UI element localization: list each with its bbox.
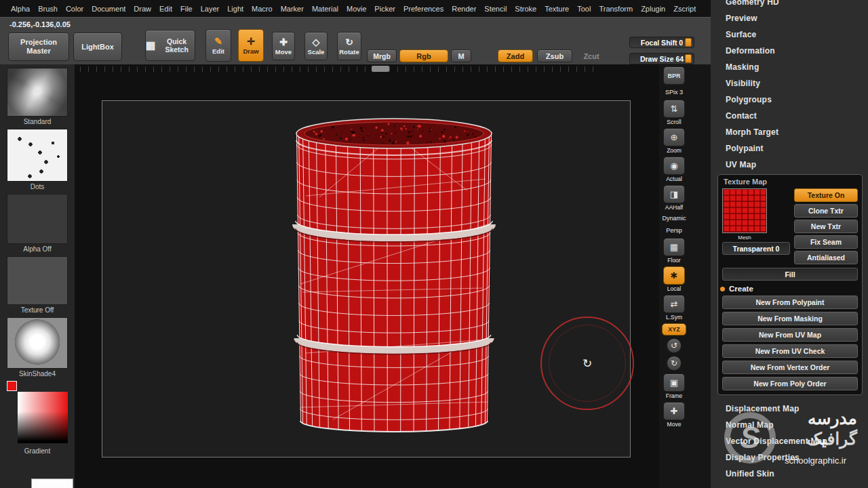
new-from-uv-check-button[interactable]: New From UV Check — [722, 344, 858, 358]
projection-master-button[interactable]: Projection Master — [8, 33, 69, 61]
menu-item-render[interactable]: Render — [448, 5, 480, 13]
brush-thumbnail-standard[interactable] — [7, 68, 68, 117]
palette-item-preview[interactable]: Preview — [711, 10, 868, 26]
menu-item-alpha[interactable]: Alpha — [7, 5, 34, 13]
menu-item-stroke[interactable]: Stroke — [511, 5, 540, 13]
palette-item-morph-target[interactable]: Morph Target — [711, 124, 868, 140]
palette-item-visibility[interactable]: Visibility — [711, 75, 868, 92]
swatch-partial[interactable] — [31, 479, 73, 488]
floor-button[interactable]: ▦ Floor — [663, 238, 685, 264]
texture-on-button[interactable]: Texture On — [794, 188, 858, 202]
active-color-swatch[interactable] — [7, 381, 17, 391]
draw-size-handle[interactable] — [685, 54, 692, 63]
draw-button[interactable]: ✛ Draw — [238, 29, 264, 62]
rotate-button[interactable]: ↻ Rotate — [337, 32, 361, 60]
menu-item-tool[interactable]: Tool — [573, 5, 595, 13]
menu-item-layer[interactable]: Layer — [197, 5, 224, 13]
menu-item-preferences[interactable]: Preferences — [399, 5, 448, 13]
alpha-thumbnail-off[interactable] — [7, 194, 68, 244]
menu-item-stencil[interactable]: Stencil — [480, 5, 511, 13]
aahalf-button[interactable]: ◨ AAHalf — [663, 185, 685, 211]
palette-item-deformation[interactable]: Deformation — [711, 43, 868, 59]
transparent-slider[interactable]: Transparent 0 — [722, 242, 790, 255]
palette-item-geometry-hd[interactable]: Geometry HD — [711, 0, 868, 10]
zoom-button[interactable]: ⊕ Zoom — [663, 128, 685, 154]
clone-txtr-button[interactable]: Clone Txtr — [794, 204, 858, 218]
menu-item-macro[interactable]: Macro — [248, 5, 277, 13]
bpr-button[interactable]: BPR — [663, 66, 685, 85]
draw-size-slider[interactable]: Draw Size 64 — [629, 53, 694, 64]
new-from-polypaint-button[interactable]: New From Polypaint — [722, 296, 858, 309]
move-button[interactable]: ✚ Move — [272, 32, 295, 60]
barrel-model[interactable] — [292, 115, 496, 440]
menu-item-color[interactable]: Color — [62, 5, 87, 13]
menu-item-movie[interactable]: Movie — [342, 5, 370, 13]
local-button[interactable]: ✱ Local — [663, 266, 685, 292]
menu-item-picker[interactable]: Picker — [370, 5, 399, 13]
menu-item-draw[interactable]: Draw — [130, 5, 155, 13]
xyz-button[interactable]: XYZ — [662, 323, 686, 336]
menu-item-transform[interactable]: Transform — [595, 5, 637, 13]
new-from-masking-button[interactable]: New From Masking — [722, 312, 858, 325]
saturation-value-square[interactable] — [18, 392, 68, 443]
new-from-vertex-order-button[interactable]: New From Vertex Order — [722, 361, 858, 374]
palette-item-unified-skin[interactable]: Unified Skin — [711, 466, 868, 482]
lightbox-button[interactable]: LightBox — [73, 33, 122, 61]
scale-button[interactable]: ◇ Scale — [304, 32, 328, 60]
menu-item-document[interactable]: Document — [87, 5, 130, 13]
texture-thumbnail-off[interactable] — [7, 256, 68, 305]
menu-item-file[interactable]: File — [176, 5, 197, 13]
menu-item-light[interactable]: Light — [223, 5, 248, 13]
mrgb-button[interactable]: Mrgb — [367, 49, 397, 62]
scroll-button[interactable]: ⇅ Scroll — [663, 100, 685, 125]
palette-item-surface[interactable]: Surface — [711, 26, 868, 43]
dynamic-toggle[interactable]: Dynamic — [662, 214, 686, 223]
palette-item-uv-map[interactable]: UV Map — [711, 157, 868, 173]
new-txtr-button[interactable]: New Txtr — [794, 220, 858, 233]
actual-button[interactable]: ◉ Actual — [663, 157, 685, 182]
lsym-button[interactable]: ⇄ L.Sym — [663, 295, 685, 321]
zsub-button[interactable]: Zsub — [537, 49, 572, 62]
persp-toggle[interactable]: Persp — [666, 226, 682, 235]
zcut-button[interactable]: Zcut — [578, 49, 605, 62]
menu-item-zplugin[interactable]: Zplugin — [637, 5, 669, 13]
new-from-uv-map-button[interactable]: New From UV Map — [722, 328, 858, 342]
palette-item-displacement-map[interactable]: Displacement Map — [711, 401, 868, 417]
menu-item-edit[interactable]: Edit — [155, 5, 176, 13]
stroke-thumbnail-dots[interactable] — [7, 129, 68, 182]
menu-item-brush[interactable]: Brush — [34, 5, 62, 13]
document-viewport[interactable]: ↻ — [102, 100, 631, 458]
palette-item-polypaint[interactable]: Polypaint — [711, 140, 868, 157]
palette-item-contact[interactable]: Contact — [711, 108, 868, 124]
rotate-ccw-button[interactable]: ↺ — [667, 338, 682, 353]
frame-button[interactable]: ▣ Frame — [663, 373, 685, 399]
zadd-button[interactable]: Zadd — [498, 49, 533, 62]
menu-item-material[interactable]: Material — [308, 5, 342, 13]
texture-thumbnail[interactable] — [722, 188, 767, 233]
quick-sketch-button[interactable]: ▦ Quick Sketch — [145, 30, 195, 61]
focal-shift-handle[interactable] — [685, 38, 692, 47]
menu-item-texture[interactable]: Texture — [540, 5, 573, 13]
new-from-poly-order-button[interactable]: New From Poly Order — [722, 377, 858, 390]
menu-item-zscript[interactable]: Zscript — [669, 5, 700, 13]
ruler-scrollbar-thumb[interactable] — [372, 66, 389, 72]
fix-seam-button[interactable]: Fix Seam — [794, 235, 858, 249]
spix-slider[interactable]: SPix 3 — [665, 87, 683, 97]
palette-item-vector-displacement-map[interactable]: Vector Displacement Map — [711, 433, 868, 449]
antialiased-button[interactable]: Antialiased — [794, 251, 858, 264]
edit-button[interactable]: ✎ Edit — [205, 29, 231, 62]
texture-map-title[interactable]: Texture Map — [722, 177, 858, 188]
palette-item-polygroups[interactable]: Polygroups — [711, 92, 868, 108]
palette-item-normal-map[interactable]: Normal Map — [711, 417, 868, 433]
material-sphere-skinshade4[interactable] — [7, 317, 68, 369]
palette-item-masking[interactable]: Masking — [711, 59, 868, 75]
menu-item-marker[interactable]: Marker — [277, 5, 308, 13]
shelf-move-button[interactable]: ✚ Move — [663, 402, 685, 428]
palette-item-display-properties[interactable]: Display Properties — [711, 449, 868, 466]
rotate-cw-button[interactable]: ↻ — [667, 356, 682, 371]
m-button[interactable]: M — [451, 49, 471, 62]
rgb-button[interactable]: Rgb — [399, 49, 448, 62]
focal-shift-slider[interactable]: Focal Shift 0 — [629, 37, 694, 48]
create-label[interactable]: Create — [729, 285, 753, 293]
fill-button[interactable]: Fill — [722, 268, 858, 281]
